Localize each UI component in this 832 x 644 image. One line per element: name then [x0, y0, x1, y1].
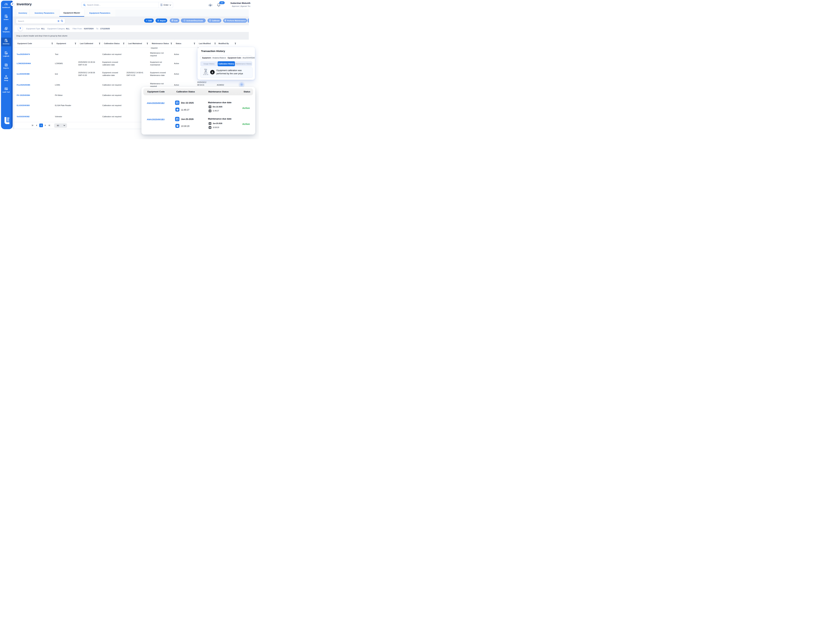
current-page[interactable]: 1: [39, 123, 43, 127]
filter-funnel-icon[interactable]: [75, 42, 76, 45]
table-header-row: Equipment Code Equipment Last Calibrated…: [14, 40, 249, 48]
tab-usage-history[interactable]: Usage History: [200, 61, 218, 66]
filter-funnel-icon[interactable]: [194, 42, 195, 45]
add-button[interactable]: +Add: [144, 18, 154, 22]
history-clock-icon: [240, 83, 243, 87]
status-card-header: Equipment Code Calibration Status Mainte…: [144, 88, 253, 95]
filter-funnel-icon[interactable]: [123, 42, 125, 45]
filter-funnel-icon[interactable]: [214, 42, 216, 45]
sidebar-item-templates[interactable]: Templates: [1, 27, 11, 33]
tab-equipment-master[interactable]: Equipment Master: [59, 9, 84, 17]
sidebar-item-dashboard[interactable]: Dashboard: [1, 2, 11, 8]
orders-icon: [1, 14, 11, 18]
sidebar-item-inventory[interactable]: Inventory: [1, 38, 11, 46]
transaction-history-button[interactable]: [239, 82, 244, 87]
search-icon[interactable]: [61, 20, 63, 23]
equipment-code-link[interactable]: PH /2025/00384: [17, 90, 53, 100]
edit-icon: [171, 19, 173, 22]
tab-inventory-parameters[interactable]: Inventory Parameters: [29, 9, 59, 17]
transaction-history-popup: Transaction History Equipment : Analytic…: [197, 47, 255, 80]
audit-trail-icon: [1, 87, 11, 91]
equipment-status-card: Equipment Code Calibration Status Mainte…: [141, 87, 255, 135]
tab-maintenance-history[interactable]: Maintenance History: [235, 61, 252, 66]
activate-deactivate-button[interactable]: Activate/Deactivate: [181, 18, 206, 22]
calibrate-icon: [209, 19, 211, 22]
equipment-code-link[interactable]: ELI/2025/00383: [17, 100, 53, 111]
reports-icon: [1, 63, 11, 67]
filter-funnel-icon[interactable]: [99, 42, 101, 45]
clipped-toolbar-button[interactable]: [248, 18, 249, 22]
funnel-icon: [19, 27, 21, 30]
popup-title: Transaction History: [201, 50, 225, 53]
sidebar: Dashboard Orders Templates Inventory Log…: [1, 1, 13, 129]
clear-search-icon[interactable]: [58, 20, 59, 22]
notification-count-badge: 672: [219, 1, 225, 4]
sidebar-item-orders[interactable]: Orders: [1, 14, 11, 20]
filter-funnel-icon[interactable]: [170, 42, 172, 45]
equipment-code-link[interactable]: ANA/2025/001B2: [147, 102, 165, 104]
search-scope-dropdown[interactable]: Order: [158, 2, 173, 8]
workgroup-button[interactable]: [208, 3, 212, 7]
user-role: Approver | Agaram Tec: [232, 5, 251, 7]
equipment-info-pill: Equipment : Analytical Balance Equipment…: [200, 56, 253, 60]
filter-funnel-icon[interactable]: [51, 42, 53, 45]
status-value: Active: [174, 59, 194, 68]
calibrate-button[interactable]: Calibrate: [208, 18, 221, 22]
clock-icon: [209, 109, 211, 112]
group-by-drop-zone[interactable]: Drag a column header and drop it here to…: [14, 32, 249, 40]
page-title: Inventory: [17, 2, 32, 6]
global-search[interactable]: Search Order... Order: [81, 2, 173, 8]
equipment-code-link[interactable]: LCM/2025/00464: [17, 59, 53, 68]
column-header-equipment-code[interactable]: Equipment Code: [16, 40, 55, 47]
templates-icon: [1, 27, 11, 30]
sidebar-item-logbook[interactable]: Logbook: [1, 51, 11, 57]
edit-button[interactable]: Edit: [170, 18, 179, 22]
status-badge: Active: [242, 107, 250, 109]
plus-icon: +: [146, 19, 147, 22]
table-search-input[interactable]: Search: [16, 19, 65, 24]
filter-summary-text: Equipment TypeALL· Equipment CategoryALL…: [26, 28, 110, 30]
first-page-button[interactable]: [31, 124, 34, 127]
sidebar-collapse-button[interactable]: [11, 2, 14, 6]
filter-button[interactable]: [18, 26, 22, 31]
setup-icon: [1, 75, 11, 79]
equipment-code-link[interactable]: Pes/2025/00385: [17, 79, 53, 90]
search-placeholder: Search Order...: [87, 4, 101, 6]
inventory-icon: [1, 38, 11, 43]
equipment-code-link[interactable]: ANA/2025/001B3: [147, 118, 165, 121]
maintenance-icon: [224, 19, 226, 22]
tab-equipment-parameters[interactable]: Equipment Parameters: [84, 9, 115, 17]
user-name[interactable]: Sudarshan Mukunth: [230, 2, 250, 4]
history-entry: May 20 2024 12:31:10 Equipment calibrati…: [200, 67, 253, 78]
order-doc-icon: [160, 3, 163, 6]
equipment-code-link[interactable]: tes/2025/00388: [17, 68, 53, 79]
tab-calibration-history[interactable]: Calibration History: [218, 61, 235, 66]
next-page-button[interactable]: [45, 124, 46, 127]
filter-summary-bar: Equipment TypeALL· Equipment CategoryALL…: [14, 25, 249, 32]
sidebar-item-audit-trail[interactable]: Audit Trail: [1, 87, 11, 93]
bell-icon: [217, 5, 221, 8]
import-button[interactable]: Import: [155, 18, 167, 22]
filter-funnel-icon[interactable]: [234, 42, 236, 45]
app-window: Dashboard Orders Templates Inventory Log…: [0, 0, 259, 139]
entry-message: Equipment calibration was performed by t…: [216, 69, 251, 75]
calendar-icon: [175, 117, 179, 121]
column-header-last-modified[interactable]: Last Modified: [197, 40, 217, 47]
prev-page-button[interactable]: [35, 124, 37, 127]
last-page-button[interactable]: [48, 124, 51, 127]
page-size-select[interactable]: 80: [54, 123, 67, 128]
sidebar-item-setup[interactable]: Setup: [1, 75, 11, 81]
history-tabs: Usage History Calibration History Mainte…: [200, 61, 252, 66]
chevron-down-icon: [170, 4, 171, 6]
equipment-code-link[interactable]: Vol/2025/00382: [17, 111, 53, 122]
sidebar-item-reports[interactable]: Reports: [1, 63, 11, 69]
pin-icon: [11, 3, 13, 6]
filter-funnel-icon[interactable]: [146, 42, 148, 45]
dashboard-icon: [1, 2, 11, 6]
tab-inventory[interactable]: Inventory: [16, 9, 29, 17]
perform-maintenance-button[interactable]: Perform Maintenance: [223, 18, 247, 22]
status-value: Active: [174, 50, 194, 59]
power-icon: [184, 19, 186, 22]
chevron-down-icon: [63, 125, 65, 126]
equipment-code-link[interactable]: Tes/2025/00474: [17, 50, 53, 59]
